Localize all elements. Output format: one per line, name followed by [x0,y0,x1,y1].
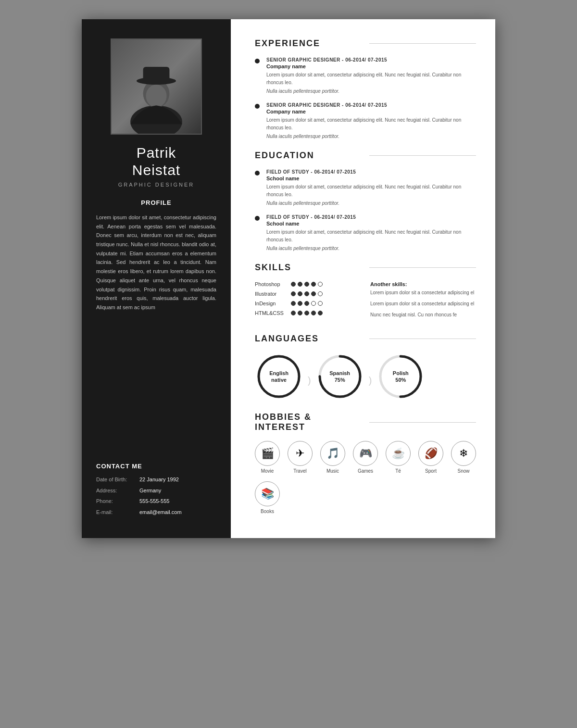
dot [298,301,302,306]
dot [311,291,316,296]
education-entries: FIELD OF STUDY - 06-2014/ 07-2015 School… [255,169,476,251]
skills-left: Photoshop Illustrator [255,281,361,322]
skill-indesign: InDesign [255,301,361,306]
dot [298,311,302,315]
languages-title: LANGUAGES [255,334,362,344]
music-icon: 🎵 [320,441,345,466]
education-entry-2: FIELD OF STUDY - 06-2014/ 07-2015 School… [255,214,476,251]
profile-text: Lorem ipsum dolor sit amet, consectetur … [96,213,216,312]
contact-phone: Phone: 555-555-555 [96,497,216,505]
dot [311,301,316,306]
svg-rect-5 [143,67,170,83]
skill-htmlcss: HTML&CSS [255,310,361,316]
dot [304,301,309,306]
profile-photo [111,38,202,135]
dot [304,282,309,287]
contact-section: CONTACT ME Date of Birth: 22 January 199… [96,463,216,519]
dot [318,301,323,306]
sidebar: Patrik Neistat GRAPHIC DESIGNER PROFILE … [82,19,231,538]
dot [291,282,296,287]
bullet-icon [255,104,260,109]
hobby-sport: 🏈 Sport [418,441,443,474]
bullet-icon [255,216,260,221]
hobbies-grid: 🎬 Movie ✈ Travel 🎵 Music 🎮 Games ☕ Té 🏈 [255,441,476,514]
sport-icon: 🏈 [418,441,443,466]
languages-header: LANGUAGES [255,334,476,344]
travel-icon: ✈ [288,441,313,466]
lang-circle-spanish: Spanish75% [316,352,364,401]
resume-wrapper: Patrik Neistat GRAPHIC DESIGNER PROFILE … [82,19,495,538]
contact-address: Address: Germany [96,487,216,495]
hobby-snow: ❄ Snow [451,441,476,474]
bullet-icon [255,59,260,63]
skills-title: SKILLS [255,263,362,273]
snow-icon: ❄ [451,441,476,466]
skill-dots [291,301,323,306]
languages-line [369,339,477,339]
contact-dob: Date of Birth: 22 January 1992 [96,476,216,484]
hobby-movie: 🎬 Movie [255,441,280,474]
education-header: EDUCATION [255,151,476,161]
dot [318,282,323,287]
lang-circle-polish: Polish50% [376,352,425,401]
lang-polish: Polish50% [376,352,425,401]
lang-circle-english: Englishnative [255,352,303,401]
lang-english: Englishnative [255,352,303,401]
experience-entries: SENIOR GRAPHIC DESIGNER - 06-2014/ 07-20… [255,57,476,139]
hobbies-title: HOBBIES & INTEREST [255,412,362,432]
hobby-music: 🎵 Music [320,441,345,474]
contact-email: E-mail: email@email.com [96,508,216,516]
skill-photoshop: Photoshop [255,281,361,287]
dot [318,291,323,296]
dot [298,282,302,287]
main-content: EXPERIENCE SENIOR GRAPHIC DESIGNER - 06-… [231,19,495,538]
profile-heading: PROFILE [96,199,216,206]
skill-illustrator: Illustrator [255,291,361,297]
hobbies-header: HOBBIES & INTEREST [255,412,476,432]
experience-line [369,43,477,44]
hobby-games: 🎮 Games [353,441,378,474]
lang-spanish: Spanish75% [316,352,364,401]
hobby-te: ☕ Té [386,441,411,474]
education-entry-1: FIELD OF STUDY - 06-2014/ 07-2015 School… [255,169,476,206]
skills-header: SKILLS [255,263,476,273]
svg-point-6 [146,85,166,107]
skills-container: Photoshop Illustrator [255,281,476,322]
experience-header: EXPERIENCE [255,38,476,49]
te-icon: ☕ [386,441,411,466]
dot [291,291,296,296]
dot [298,291,302,296]
dot [291,311,296,315]
experience-entry-2: SENIOR GRAPHIC DESIGNER - 06-2014/ 07-20… [255,102,476,139]
experience-title: EXPERIENCE [255,38,362,49]
dot [311,311,316,315]
person-name: Patrik Neistat [96,144,216,179]
games-icon: 🎮 [353,441,378,466]
dot [291,301,296,306]
hobby-travel: ✈ Travel [288,441,313,474]
languages-container: Englishnative ) Spanish75% ) [255,352,476,401]
skills-right: Another skills: Lorem ipsum dolor sit a … [370,281,476,322]
skills-line [369,267,477,268]
dot [311,282,316,287]
person-title: GRAPHIC DESIGNER [96,182,216,188]
education-title: EDUCATION [255,151,362,161]
dot [318,311,323,315]
skill-dots [291,282,323,287]
dot [304,311,309,315]
skill-dots [291,291,323,296]
hobby-books: 📚 Books [255,481,280,514]
bullet-icon [255,171,260,176]
skill-dots [291,311,323,315]
movie-icon: 🎬 [255,441,280,466]
contact-heading: CONTACT ME [96,463,216,470]
dot [304,291,309,296]
books-icon: 📚 [255,481,280,506]
hobbies-line [369,422,477,423]
experience-entry-1: SENIOR GRAPHIC DESIGNER - 06-2014/ 07-20… [255,57,476,94]
education-line [369,155,477,156]
